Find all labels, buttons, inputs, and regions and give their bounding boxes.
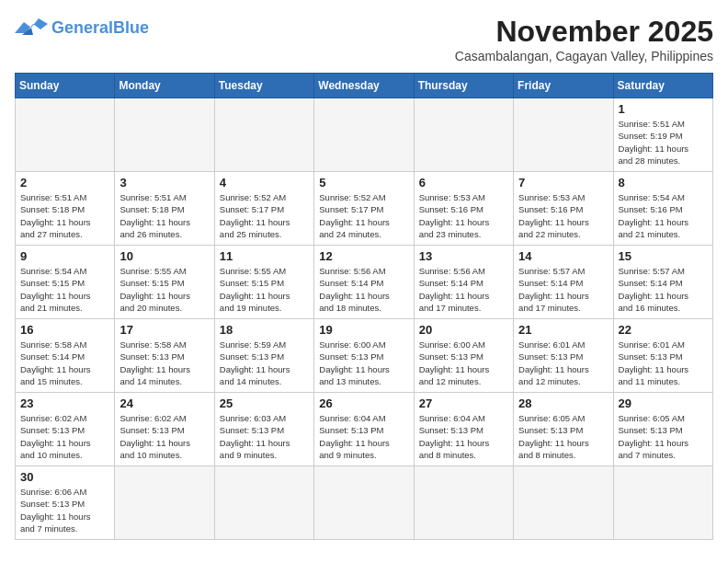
calendar-week-row: 16Sunrise: 5:58 AM Sunset: 5:14 PM Dayli…	[16, 319, 713, 393]
day-number: 24	[119, 396, 209, 410]
day-number: 1	[619, 102, 708, 116]
calendar-cell: 25Sunrise: 6:03 AM Sunset: 5:13 PM Dayli…	[214, 393, 313, 466]
cell-info: Sunrise: 6:05 AM Sunset: 5:13 PM Dayligh…	[518, 412, 608, 461]
calendar-cell: 2Sunrise: 5:51 AM Sunset: 5:18 PM Daylig…	[16, 172, 115, 246]
weekday-header-tuesday: Tuesday	[214, 74, 313, 98]
calendar-cell: 12Sunrise: 5:56 AM Sunset: 5:14 PM Dayli…	[314, 246, 414, 319]
day-number: 9	[20, 249, 109, 263]
day-number: 26	[319, 396, 408, 410]
calendar-week-row: 30Sunrise: 6:06 AM Sunset: 5:13 PM Dayli…	[16, 466, 713, 540]
logo-text: GeneralBlue	[51, 19, 149, 38]
location-subtitle: Casambalangan, Cagayan Valley, Philippin…	[455, 49, 713, 63]
calendar-cell: 18Sunrise: 5:59 AM Sunset: 5:13 PM Dayli…	[214, 319, 313, 393]
calendar-cell: 15Sunrise: 5:57 AM Sunset: 5:14 PM Dayli…	[613, 246, 712, 319]
calendar-cell: 19Sunrise: 6:00 AM Sunset: 5:13 PM Dayli…	[314, 319, 414, 393]
calendar-cell	[514, 466, 613, 540]
cell-info: Sunrise: 6:04 AM Sunset: 5:13 PM Dayligh…	[319, 412, 408, 461]
day-number: 8	[619, 176, 708, 190]
cell-info: Sunrise: 5:57 AM Sunset: 5:14 PM Dayligh…	[619, 265, 708, 314]
calendar-cell: 9Sunrise: 5:54 AM Sunset: 5:15 PM Daylig…	[16, 246, 115, 319]
weekday-header-thursday: Thursday	[414, 74, 513, 98]
calendar-cell: 16Sunrise: 5:58 AM Sunset: 5:14 PM Dayli…	[16, 319, 115, 393]
weekday-header-saturday: Saturday	[613, 74, 712, 98]
cell-info: Sunrise: 6:05 AM Sunset: 5:13 PM Dayligh…	[619, 412, 708, 461]
weekday-header-sunday: Sunday	[16, 74, 115, 98]
day-number: 10	[119, 249, 209, 263]
month-year-title: November 2025	[455, 15, 713, 49]
calendar-cell	[314, 98, 414, 172]
cell-info: Sunrise: 6:06 AM Sunset: 5:13 PM Dayligh…	[20, 486, 109, 534]
calendar-cell	[414, 466, 513, 540]
day-number: 17	[119, 323, 209, 337]
calendar-cell	[314, 466, 414, 540]
calendar-cell: 10Sunrise: 5:55 AM Sunset: 5:15 PM Dayli…	[115, 246, 214, 319]
day-number: 15	[619, 249, 708, 263]
day-number: 28	[518, 396, 608, 410]
day-number: 21	[518, 323, 608, 337]
calendar-cell: 22Sunrise: 6:01 AM Sunset: 5:13 PM Dayli…	[613, 319, 712, 393]
calendar-cell: 6Sunrise: 5:53 AM Sunset: 5:16 PM Daylig…	[414, 172, 513, 246]
cell-info: Sunrise: 5:51 AM Sunset: 5:18 PM Dayligh…	[119, 191, 209, 240]
cell-info: Sunrise: 6:00 AM Sunset: 5:13 PM Dayligh…	[319, 339, 408, 387]
cell-info: Sunrise: 6:00 AM Sunset: 5:13 PM Dayligh…	[419, 339, 508, 387]
calendar-cell: 27Sunrise: 6:04 AM Sunset: 5:13 PM Dayli…	[414, 393, 513, 466]
calendar-cell: 8Sunrise: 5:54 AM Sunset: 5:16 PM Daylig…	[613, 172, 712, 246]
day-number: 5	[319, 176, 408, 190]
calendar-cell: 24Sunrise: 6:02 AM Sunset: 5:13 PM Dayli…	[115, 393, 214, 466]
cell-info: Sunrise: 5:55 AM Sunset: 5:15 PM Dayligh…	[119, 265, 209, 314]
calendar-cell: 21Sunrise: 6:01 AM Sunset: 5:13 PM Dayli…	[514, 319, 613, 393]
cell-info: Sunrise: 6:02 AM Sunset: 5:13 PM Dayligh…	[20, 412, 109, 461]
day-number: 27	[419, 396, 508, 410]
calendar-week-row: 1Sunrise: 5:51 AM Sunset: 5:19 PM Daylig…	[16, 98, 713, 172]
day-number: 18	[220, 323, 309, 337]
day-number: 2	[20, 176, 109, 190]
calendar-cell: 17Sunrise: 5:58 AM Sunset: 5:13 PM Dayli…	[115, 319, 214, 393]
weekday-header-wednesday: Wednesday	[314, 74, 414, 98]
day-number: 20	[419, 323, 508, 337]
calendar-cell	[115, 466, 214, 540]
cell-info: Sunrise: 5:56 AM Sunset: 5:14 PM Dayligh…	[319, 265, 408, 314]
logo-icon	[15, 15, 48, 42]
calendar-cell: 7Sunrise: 5:53 AM Sunset: 5:16 PM Daylig…	[514, 172, 613, 246]
day-number: 3	[119, 176, 209, 190]
day-number: 11	[220, 249, 309, 263]
cell-info: Sunrise: 5:52 AM Sunset: 5:17 PM Dayligh…	[220, 191, 309, 240]
weekday-header-monday: Monday	[115, 74, 214, 98]
weekday-header-row: SundayMondayTuesdayWednesdayThursdayFrid…	[16, 74, 713, 98]
day-number: 12	[319, 249, 408, 263]
day-number: 19	[319, 323, 408, 337]
day-number: 13	[419, 249, 508, 263]
day-number: 23	[20, 396, 109, 410]
day-number: 29	[619, 396, 708, 410]
cell-info: Sunrise: 5:52 AM Sunset: 5:17 PM Dayligh…	[319, 191, 408, 240]
calendar-cell: 14Sunrise: 5:57 AM Sunset: 5:14 PM Dayli…	[514, 246, 613, 319]
calendar-cell	[214, 98, 313, 172]
calendar-cell: 1Sunrise: 5:51 AM Sunset: 5:19 PM Daylig…	[613, 98, 712, 172]
cell-info: Sunrise: 5:53 AM Sunset: 5:16 PM Dayligh…	[419, 191, 508, 240]
day-number: 6	[419, 176, 508, 190]
day-number: 22	[619, 323, 708, 337]
calendar-week-row: 9Sunrise: 5:54 AM Sunset: 5:15 PM Daylig…	[16, 246, 713, 319]
calendar-cell: 5Sunrise: 5:52 AM Sunset: 5:17 PM Daylig…	[314, 172, 414, 246]
day-number: 7	[518, 176, 608, 190]
calendar-cell	[16, 98, 115, 172]
day-number: 14	[518, 249, 608, 263]
calendar-cell: 3Sunrise: 5:51 AM Sunset: 5:18 PM Daylig…	[115, 172, 214, 246]
calendar-cell: 28Sunrise: 6:05 AM Sunset: 5:13 PM Dayli…	[514, 393, 613, 466]
calendar-table: SundayMondayTuesdayWednesdayThursdayFrid…	[15, 73, 713, 540]
cell-info: Sunrise: 5:51 AM Sunset: 5:19 PM Dayligh…	[619, 118, 708, 167]
cell-info: Sunrise: 5:58 AM Sunset: 5:14 PM Dayligh…	[20, 339, 109, 387]
cell-info: Sunrise: 5:56 AM Sunset: 5:14 PM Dayligh…	[419, 265, 508, 314]
calendar-cell: 13Sunrise: 5:56 AM Sunset: 5:14 PM Dayli…	[414, 246, 513, 319]
calendar-cell: 23Sunrise: 6:02 AM Sunset: 5:13 PM Dayli…	[16, 393, 115, 466]
page-header: GeneralBlue November 2025 Casambalangan,…	[15, 15, 713, 63]
calendar-cell: 30Sunrise: 6:06 AM Sunset: 5:13 PM Dayli…	[16, 466, 115, 540]
calendar-cell	[115, 98, 214, 172]
cell-info: Sunrise: 5:54 AM Sunset: 5:15 PM Dayligh…	[20, 265, 109, 314]
calendar-cell	[613, 466, 712, 540]
calendar-week-row: 2Sunrise: 5:51 AM Sunset: 5:18 PM Daylig…	[16, 172, 713, 246]
calendar-cell	[414, 98, 513, 172]
cell-info: Sunrise: 6:02 AM Sunset: 5:13 PM Dayligh…	[119, 412, 209, 461]
day-number: 25	[220, 396, 309, 410]
cell-info: Sunrise: 5:58 AM Sunset: 5:13 PM Dayligh…	[119, 339, 209, 387]
